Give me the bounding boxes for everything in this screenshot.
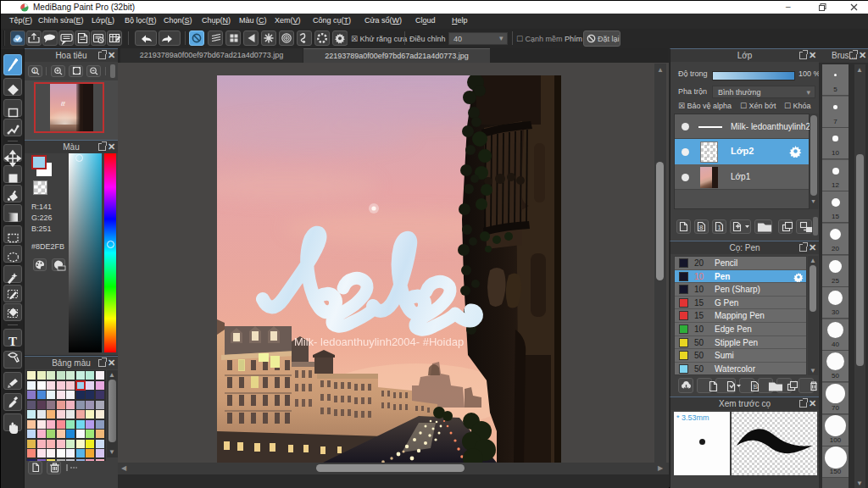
svg-text:1: 1 [718,224,722,231]
svg-text:8: 8 [699,224,704,231]
svg-text:T: T [8,335,17,348]
svg-text:1: 1 [33,69,36,74]
svg-text:S: S [754,383,758,391]
svg-text:Milk- ledoanthuylinh2004- #Hoi: Milk- ledoanthuylinh2004- #Hoidap [294,336,464,348]
